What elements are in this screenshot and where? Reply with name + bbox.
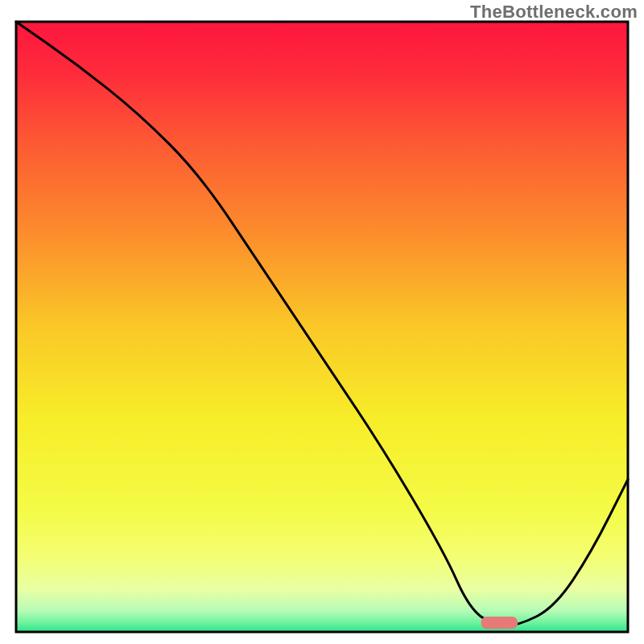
optimal-marker: [481, 617, 518, 629]
chart-stage: TheBottleneck.com: [0, 0, 644, 644]
plot-area: [16, 22, 628, 632]
bottleneck-chart: [0, 0, 644, 644]
